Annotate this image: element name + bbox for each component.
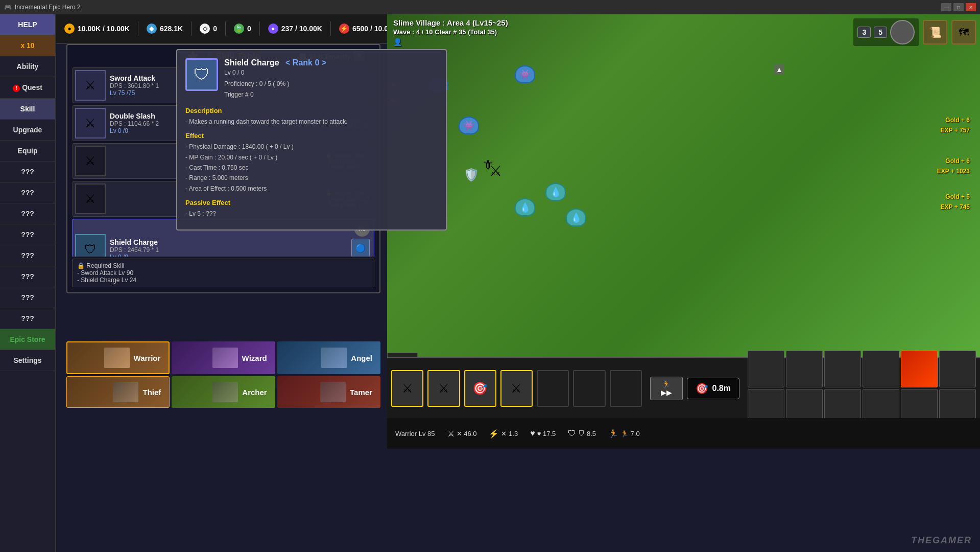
atkspd-stat: ⚡ ✕ 1.3 [489,429,518,439]
gold-icon: ● [64,24,75,34]
title-bar-controls: — □ ✕ [941,3,976,11]
close-button[interactable]: ✕ [966,3,976,11]
action-slot-3[interactable]: 🎯 [464,370,496,407]
angel-portrait [321,348,347,368]
sidebar-qqq2[interactable]: ??? [0,182,55,203]
slime-6: 💧 [566,209,586,226]
title-bar: 🎮 Incremental Epic Hero 2 — □ ✕ [0,0,980,14]
run-button[interactable]: 🏃 ▶▶ [650,377,683,400]
mana-icon: ● [268,24,278,34]
gold-popup-3: Gold + 5 [945,193,970,200]
skill-detail-title: Shield Charge < Rank 0 > [224,58,326,67]
sidebar-qqq8[interactable]: ??? [0,308,55,329]
double-slash-icon: ⚔ [75,108,106,139]
inv-slot-2[interactable] [786,351,823,387]
action-slot-5[interactable] [537,370,569,407]
class-tamer-button[interactable]: Tamer [277,376,380,408]
sidebar-qqq3[interactable]: ??? [0,203,55,224]
slime-3: 👾 [459,117,479,134]
def-icon: 🛡 [568,429,576,438]
class-wizard-button[interactable]: Wizard [172,341,275,374]
gems-stat: ◆ 628.1K [138,21,192,36]
warrior-lv-stat: Warrior Lv 85 [395,430,435,438]
sidebar-qqq6[interactable]: ??? [0,266,55,287]
title-bar-left: 🎮 Incremental Epic Hero 2 [4,4,81,11]
skill-detail-icon: 🛡 [185,58,218,91]
description-title: Description [185,107,438,114]
epic-store-button[interactable]: Epic Store [0,329,55,350]
gem-icon: ◆ [147,24,157,34]
mana-stat: ● 237 / 10.00K [260,21,331,36]
gems-value: 628.1K [160,25,183,33]
settings-button[interactable]: Settings [0,350,55,371]
warrior-label: Warrior [134,354,161,362]
wave-num-5: 5 [874,27,887,38]
scroll-map-icon[interactable]: 📜 [923,20,947,44]
inv-slot-1[interactable] [748,351,784,387]
action-slot-2[interactable]: ⚔ [427,370,460,407]
equip-button[interactable]: Equip [0,141,55,162]
inv-slot-4[interactable] [863,351,899,387]
class-thief-button[interactable]: Thief [66,376,170,408]
action-slot-7[interactable] [610,370,642,407]
effect-line-3: - Cast Time : 0.750 sec [185,163,438,173]
skill-detail-rank: < Rank 0 > [285,58,326,67]
quest-button[interactable]: Quest [0,77,55,99]
effect-line-4: - Range : 5.000 meters [185,173,438,183]
hp-bottom-value: ♥ 17.5 [537,430,556,438]
action-slot-6[interactable] [573,370,605,407]
ability-button[interactable]: Ability [0,56,55,77]
sidebar-qqq1[interactable]: ??? [0,162,55,182]
action-slot-1[interactable]: ⚔ [391,370,423,407]
gold-popup-2: Gold + 6 [945,157,970,165]
diamond-icon: ◇ [200,24,210,34]
def-value: ⛉ 8.5 [578,430,596,438]
inv-slot-5[interactable] [901,351,938,387]
world-map-icons: 3 5 📜 🗺 [853,18,976,46]
shield-charge-action1[interactable]: 🔵 [351,239,370,257]
wave-num-display: 3 5 [853,18,919,46]
skill-detail-trigger: Trigger # 0 [224,89,326,101]
class-warrior-button[interactable]: Warrior [66,341,170,374]
help-button[interactable]: HELP [0,14,55,35]
scroll-up-button[interactable]: ▲ [774,64,784,75]
shield-charge-info: Shield Charge DPS : 2454.79 * 1 Lv 0 /0 [110,238,349,257]
thief-portrait [113,382,138,402]
archer-label: Archer [242,388,267,397]
gold-stat: ● 10.00K / 10.00K [56,21,138,36]
effect-line-5: - Area of Effect : 0.500 meters [185,183,438,194]
gold-popup-1: Gold + 6 [945,117,970,124]
sidebar-qqq4[interactable]: ??? [0,224,55,245]
sidebar-qqq5[interactable]: ??? [0,245,55,266]
leaves-value: 0 [247,25,251,33]
skill-button[interactable]: Skill [0,99,55,120]
sidebar-qqq7[interactable]: ??? [0,287,55,308]
maximize-button[interactable]: □ [953,3,964,11]
wave-num-3: 3 [857,27,871,38]
class-archer-button[interactable]: Archer [172,376,275,408]
exp-popup-3: EXP + 745 [941,203,970,211]
action-slot-4[interactable]: ⚔ [500,370,533,407]
skill-detail-info: Lv 0 / 0 Proficiency : 0 / 5 ( 0% ) Trig… [224,67,326,101]
shield-charge-name: Shield Charge [110,238,349,246]
slime-1: 👾 [515,65,535,83]
hp-bottom-stat: ♥ ♥ 17.5 [530,429,556,438]
wizard-label: Wizard [242,354,267,362]
x10-button[interactable]: x 10 [0,35,55,56]
angel-label: Angel [351,354,372,362]
app-icon: 🎮 [4,4,12,11]
passive-title: Passive Effect [185,199,438,206]
game-world: Slime Village : Area 4 (Lv15~25) Wave : … [387,14,980,357]
minimize-button[interactable]: — [941,3,951,11]
world-map-icon[interactable]: 🗺 [951,20,976,44]
wizard-portrait [212,348,238,368]
inv-slot-3[interactable] [824,351,861,387]
class-angel-button[interactable]: Angel [277,341,380,374]
warrior-portrait [104,348,130,368]
upgrade-button[interactable]: Upgrade [0,120,55,141]
slime-4: 💧 [545,183,566,201]
skill-detail-lv: Lv 0 / 0 [224,67,326,79]
hp-bottom-icon: ♥ [530,429,535,438]
exp-popup-1: EXP + 757 [941,127,970,134]
inv-slot-6[interactable] [939,351,976,387]
